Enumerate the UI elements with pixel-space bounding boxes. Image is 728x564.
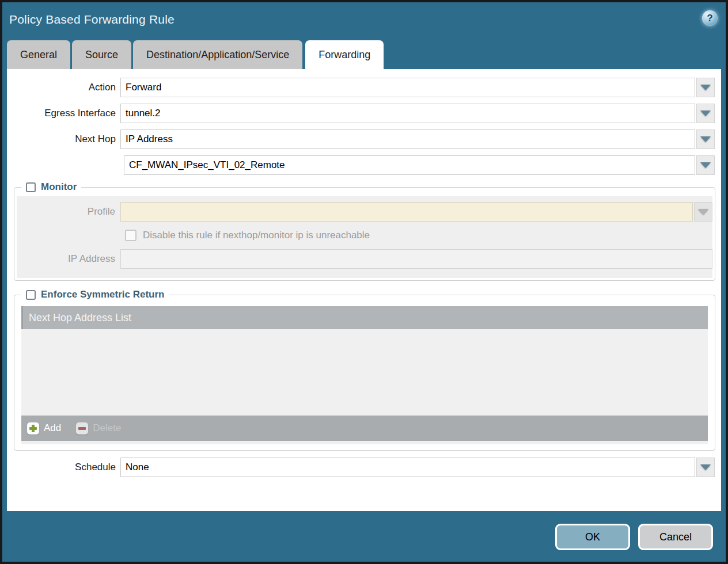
dialog-footer: OK Cancel [2, 511, 726, 562]
forwarding-tab-panel: Action Forward Egress Interface tunnel.2… [7, 69, 721, 511]
add-button[interactable]: Add [27, 422, 61, 435]
schedule-row: Schedule None [7, 458, 721, 477]
schedule-select[interactable]: None [120, 458, 695, 477]
next-hop-address-select[interactable]: CF_MWAN_IPsec_VTI_02_Remote [124, 155, 695, 175]
next-hop-address-value: CF_MWAN_IPsec_VTI_02_Remote [129, 159, 285, 171]
schedule-dropdown-button[interactable] [696, 458, 715, 477]
egress-interface-label: Egress Interface [7, 108, 120, 119]
disable-rule-checkbox [125, 230, 136, 241]
dialog-title: Policy Based Forwarding Rule [9, 13, 175, 26]
action-row: Action Forward [7, 78, 721, 97]
next-hop-row: Next Hop IP Address [7, 129, 721, 149]
add-button-label: Add [44, 422, 61, 434]
monitor-ip-address-label: IP Address [17, 253, 120, 265]
chevron-down-icon [700, 136, 711, 142]
enforce-symmetric-return-checkbox[interactable] [26, 290, 36, 300]
cancel-button[interactable]: Cancel [638, 524, 713, 550]
schedule-value: None [126, 462, 149, 473]
egress-interface-value: tunnel.2 [126, 108, 161, 119]
enforce-symmetric-return-legend: Enforce Symmetric Return [21, 289, 169, 300]
monitor-checkbox[interactable] [26, 182, 36, 192]
next-hop-type-select[interactable]: IP Address [120, 129, 695, 149]
egress-interface-select[interactable]: tunnel.2 [120, 104, 695, 123]
help-icon-glyph: ? [707, 13, 712, 24]
tab-destination-application-service[interactable]: Destination/Application/Service [133, 40, 302, 69]
add-plus-icon [27, 422, 39, 435]
tab-source[interactable]: Source [72, 40, 131, 69]
action-label: Action [7, 82, 120, 93]
ok-button[interactable]: OK [555, 524, 630, 550]
action-select[interactable]: Forward [120, 78, 695, 97]
chevron-down-icon [700, 464, 711, 470]
next-hop-address-list-header[interactable]: Next Hop Address List [21, 306, 708, 329]
egress-interface-row: Egress Interface tunnel.2 [7, 104, 721, 123]
help-icon[interactable]: ? [702, 10, 718, 26]
action-value: Forward [126, 82, 161, 93]
monitor-ip-address-row: IP Address [17, 249, 712, 269]
next-hop-label: Next Hop [7, 134, 120, 145]
schedule-label: Schedule [7, 462, 120, 473]
next-hop-address-list-header-label: Next Hop Address List [29, 312, 131, 324]
enforce-symmetric-return-section: Enforce Symmetric Return Next Hop Addres… [14, 289, 715, 451]
chevron-down-icon [700, 162, 711, 168]
profile-select [120, 202, 693, 222]
profile-label: Profile [17, 206, 120, 218]
monitor-section: Monitor Profile Disable this rule if nex… [14, 181, 715, 281]
chevron-down-icon [698, 209, 708, 215]
profile-row: Profile [17, 202, 712, 222]
disable-rule-label: Disable this rule if nexthop/monitor ip … [143, 230, 370, 241]
delete-button-label: Delete [93, 422, 121, 434]
action-dropdown-button[interactable] [696, 78, 715, 97]
chevron-down-icon [700, 85, 711, 90]
next-hop-address-list-table: Next Hop Address List Add Delete [21, 306, 708, 444]
pbf-rule-dialog: Policy Based Forwarding Rule ? General S… [0, 0, 728, 564]
delete-minus-icon [76, 422, 88, 435]
next-hop-address-row: CF_MWAN_IPsec_VTI_02_Remote [7, 155, 721, 175]
profile-dropdown-button [694, 202, 712, 222]
tab-general[interactable]: General [7, 40, 70, 69]
egress-interface-dropdown-button[interactable] [696, 104, 715, 123]
monitor-legend-label: Monitor [41, 181, 77, 193]
next-hop-address-dropdown-button[interactable] [696, 155, 715, 175]
monitor-legend: Monitor [21, 181, 81, 193]
tab-forwarding[interactable]: Forwarding [305, 40, 384, 69]
next-hop-type-value: IP Address [126, 134, 173, 145]
delete-button: Delete [76, 422, 121, 435]
chevron-down-icon [700, 110, 711, 116]
disable-rule-row: Disable this rule if nexthop/monitor ip … [125, 230, 712, 241]
monitor-body: Profile Disable this rule if nexthop/mon… [17, 196, 712, 278]
tab-bar: General Source Destination/Application/S… [7, 40, 385, 69]
dialog-titlebar: Policy Based Forwarding Rule ? [2, 2, 726, 38]
next-hop-address-list-toolbar: Add Delete [21, 416, 708, 441]
next-hop-address-list-body[interactable] [21, 329, 708, 416]
enforce-symmetric-return-legend-label: Enforce Symmetric Return [41, 289, 164, 300]
monitor-ip-address-input [120, 249, 712, 269]
next-hop-dropdown-button[interactable] [696, 129, 715, 149]
